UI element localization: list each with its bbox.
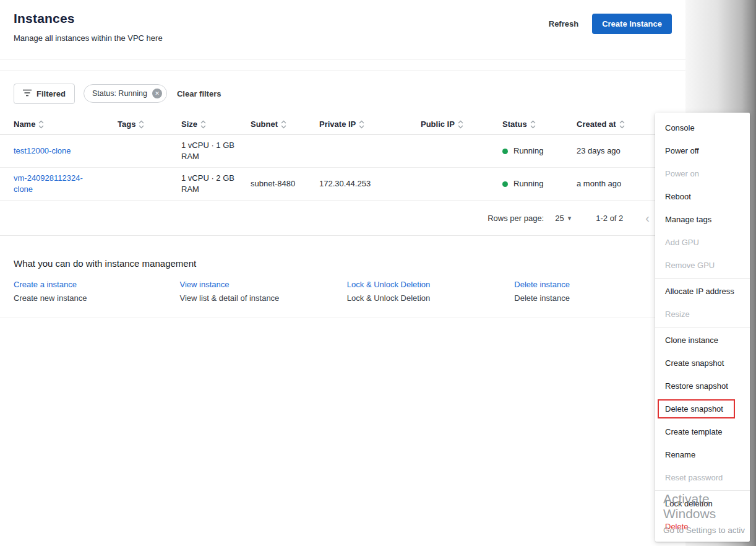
menu-item-console[interactable]: Console xyxy=(655,116,750,139)
info-link-block: Create a instance Create new instance xyxy=(14,280,179,303)
column-label: Tags xyxy=(118,119,135,129)
delete-instance-link[interactable]: Delete instance xyxy=(514,280,672,289)
menu-item-rename[interactable]: Rename xyxy=(655,443,750,466)
menu-item-reboot[interactable]: Reboot xyxy=(655,185,750,208)
instance-name-link[interactable]: test12000-clone xyxy=(14,145,71,157)
table-header-row: Name Tags Size Subnet Private IP Public … xyxy=(0,114,685,135)
cell-subnet: subnet-8480 xyxy=(251,178,319,189)
menu-item-allocate-ip-address[interactable]: Allocate IP address xyxy=(655,280,750,303)
status-running-dot xyxy=(502,181,508,187)
page-subtitle: Manage all instances within the VPC here xyxy=(14,33,672,43)
column-header-status[interactable]: Status xyxy=(502,119,577,129)
menu-item-restore-snapshot[interactable]: Restore snapshot xyxy=(655,375,750,397)
sort-icon xyxy=(139,120,144,129)
info-section: What you can do with instance management… xyxy=(0,247,685,318)
column-label: Public IP xyxy=(421,119,455,129)
menu-item-remove-gpu: Remove GPU xyxy=(655,254,750,277)
main-content: Instances Manage all instances within th… xyxy=(0,0,685,318)
rows-per-page-label: Rows per page: xyxy=(488,214,544,223)
menu-item-create-template[interactable]: Create template xyxy=(655,420,750,443)
chevron-left-icon[interactable]: ‹ xyxy=(645,212,650,224)
menu-divider xyxy=(655,327,750,327)
link-description: Lock & Unlock Deletion xyxy=(347,293,514,303)
caret-down-icon: ▾ xyxy=(568,214,572,222)
menu-item-clone-instance[interactable]: Clone instance xyxy=(655,329,750,352)
link-description: View list & detail of instance xyxy=(179,293,346,303)
cell-status: Running xyxy=(502,178,577,189)
cell-name: vm-240928112324-clone xyxy=(14,173,118,195)
info-links: Create a instance Create new instance Vi… xyxy=(14,280,672,303)
menu-item-resize: Resize xyxy=(655,303,750,326)
menu-item-add-gpu: Add GPU xyxy=(655,231,750,254)
column-header-name[interactable]: Name xyxy=(14,119,118,129)
menu-item-manage-tags[interactable]: Manage tags xyxy=(655,208,750,231)
column-label: Name xyxy=(14,119,35,129)
sort-icon xyxy=(38,120,44,129)
column-label: Subnet xyxy=(251,119,278,129)
filtered-button[interactable]: Filtered xyxy=(14,84,75,104)
status-running-dot xyxy=(502,149,508,154)
column-header-subnet[interactable]: Subnet xyxy=(251,119,319,129)
size-text: 1 vCPU · 2 GB RAM xyxy=(181,173,236,195)
page-header: Instances Manage all instances within th… xyxy=(0,0,685,59)
pagination-bar: Rows per page: 25 ▾ 1-2 of 2 ‹ xyxy=(0,201,685,235)
create-instance-link[interactable]: Create a instance xyxy=(14,280,179,289)
status-filter-chip[interactable]: Status: Running ✕ xyxy=(84,84,167,103)
rows-per-page-select[interactable]: 25 ▾ xyxy=(555,214,571,223)
cell-size: 1 vCPU · 1 GB RAM xyxy=(181,140,251,162)
instance-context-menu: Console Power off Power on Reboot Manage… xyxy=(655,113,750,542)
instances-table-card: Filtered Status: Running ✕ Clear filters… xyxy=(0,70,685,236)
column-header-tags[interactable]: Tags xyxy=(118,119,181,129)
info-link-block: Delete instance Delete instance xyxy=(514,280,672,303)
menu-item-delete-snapshot[interactable]: Delete snapshot xyxy=(655,397,750,420)
menu-item-create-snapshot[interactable]: Create snapshot xyxy=(655,352,750,375)
info-link-block: Lock & Unlock Deletion Lock & Unlock Del… xyxy=(347,280,514,303)
cell-status: Running xyxy=(502,145,577,157)
menu-divider xyxy=(655,490,750,491)
chip-close-icon[interactable]: ✕ xyxy=(152,89,162,98)
pagination-range: 1-2 of 2 xyxy=(596,214,623,223)
status-label: Running xyxy=(513,178,543,189)
column-label: Private IP xyxy=(319,119,356,129)
sort-icon xyxy=(281,120,286,129)
menu-item-lock-deletion[interactable]: Lock deletion xyxy=(655,492,750,515)
column-label: Size xyxy=(181,119,197,129)
refresh-button[interactable]: Refresh xyxy=(546,15,581,32)
instance-name-link[interactable]: vm-240928112324-clone xyxy=(14,173,94,195)
column-header-private-ip[interactable]: Private IP xyxy=(319,119,421,129)
cell-size: 1 vCPU · 2 GB RAM xyxy=(181,173,251,195)
column-label: Created at xyxy=(577,119,616,129)
cell-private-ip: 172.30.44.253 xyxy=(319,178,421,189)
sort-icon xyxy=(359,120,364,129)
menu-divider xyxy=(655,278,750,279)
sort-icon xyxy=(200,120,206,129)
menu-item-delete[interactable]: Delete xyxy=(655,515,750,538)
status-filter-chip-label: Status: Running xyxy=(92,89,147,98)
column-header-size[interactable]: Size xyxy=(181,119,251,129)
status-label: Running xyxy=(513,145,543,157)
filter-icon xyxy=(23,89,32,98)
create-instance-button[interactable]: Create Instance xyxy=(592,14,672,34)
column-header-public-ip[interactable]: Public IP xyxy=(421,119,502,129)
rows-per-page-value: 25 xyxy=(555,214,564,223)
info-link-block: View instance View list & detail of inst… xyxy=(179,280,346,303)
size-text: 1 vCPU · 1 GB RAM xyxy=(181,140,236,162)
table-row: test12000-clone 1 vCPU · 1 GB RAM Runnin… xyxy=(0,135,685,168)
view-instance-link[interactable]: View instance xyxy=(179,280,346,289)
sort-icon xyxy=(619,120,625,129)
sort-icon xyxy=(530,120,536,129)
header-actions: Refresh Create Instance xyxy=(546,14,672,34)
link-description: Create new instance xyxy=(14,293,179,303)
column-label: Status xyxy=(502,119,527,129)
clear-filters-button[interactable]: Clear filters xyxy=(177,89,221,98)
filtered-button-label: Filtered xyxy=(37,89,66,98)
menu-item-power-on: Power on xyxy=(655,162,750,185)
menu-item-power-off[interactable]: Power off xyxy=(655,139,750,162)
lock-unlock-deletion-link[interactable]: Lock & Unlock Deletion xyxy=(347,280,514,289)
table-row: vm-240928112324-clone 1 vCPU · 2 GB RAM … xyxy=(0,168,685,201)
cell-name: test12000-clone xyxy=(14,145,118,157)
link-description: Delete instance xyxy=(514,293,672,303)
menu-item-reset-password: Reset password xyxy=(655,466,750,489)
filter-bar: Filtered Status: Running ✕ Clear filters xyxy=(0,83,685,104)
info-heading: What you can do with instance management xyxy=(14,258,672,269)
